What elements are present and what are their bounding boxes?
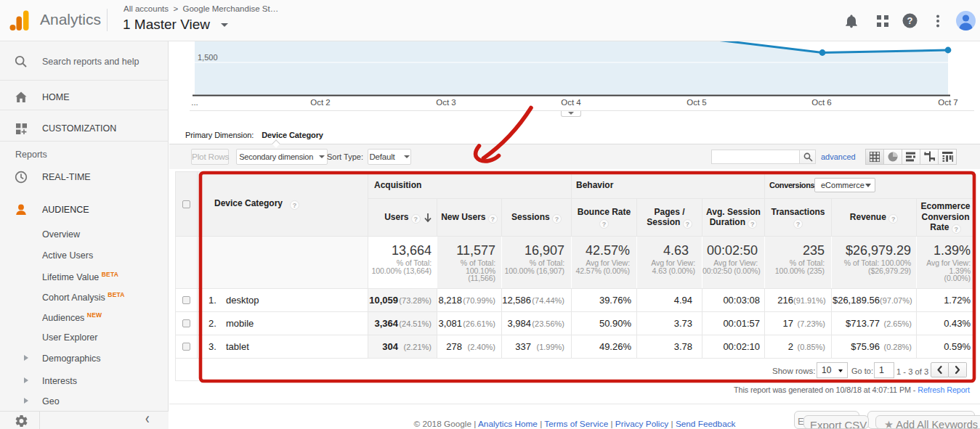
svg-text:?: ?: [907, 15, 913, 26]
